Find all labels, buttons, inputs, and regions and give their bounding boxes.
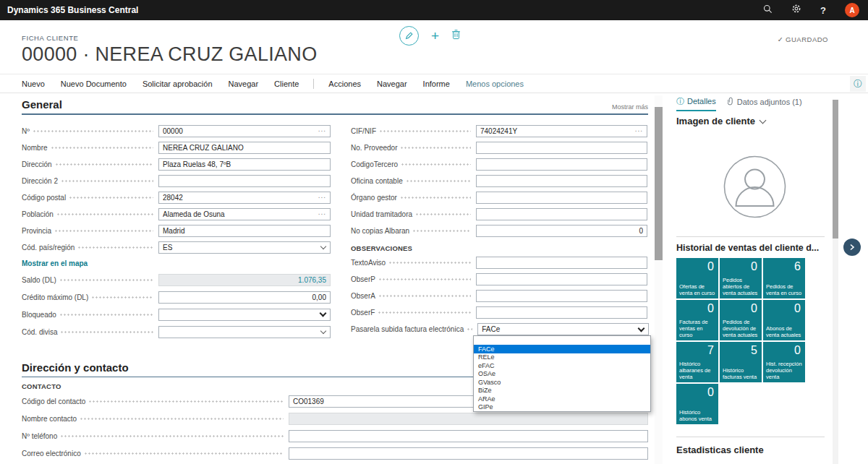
collapse-factbox-button[interactable]	[843, 239, 861, 256]
sidebar-scrollbar-thumb[interactable]	[833, 100, 838, 239]
sales-history-tile[interactable]: 6 Pedidos de venta en curso	[763, 258, 805, 298]
dropdown-option-rele[interactable]: RELe	[474, 353, 650, 362]
dotted-leader	[69, 197, 153, 199]
field-label: Nombre	[22, 144, 48, 152]
field-input[interactable]: 1.076,35	[158, 274, 331, 286]
menu-item-navegar[interactable]: Navegar	[369, 80, 415, 88]
field-input[interactable]	[158, 326, 331, 338]
tile-value: 0	[707, 386, 714, 399]
field-input[interactable]	[289, 430, 648, 442]
user-avatar[interactable]: A	[845, 3, 859, 17]
field-input[interactable]	[158, 175, 331, 187]
field-input[interactable]: FACe	[477, 323, 649, 335]
sales-history-tile[interactable]: 0 Histórico abonos venta	[676, 384, 718, 424]
sales-history-tile[interactable]: 0 Abonos de venta actuales	[763, 300, 805, 340]
ellipsis-button[interactable]: ...	[318, 210, 326, 214]
field-input[interactable]	[289, 413, 648, 425]
menu-item-navegar[interactable]: Navegar	[221, 80, 267, 88]
menu-item-solicitar-aprobación[interactable]: Solicitar aprobación	[135, 80, 221, 88]
field-input[interactable]	[476, 158, 647, 171]
field-input[interactable]: Madrid	[158, 225, 331, 237]
tab-detalles[interactable]: ⓘ Detalles	[676, 95, 716, 111]
field-input[interactable]	[476, 306, 647, 319]
edit-pencil-icon[interactable]	[399, 26, 419, 46]
help-icon[interactable]: ?	[820, 5, 826, 16]
sales-history-tile[interactable]: 0 Pedidos de devolución de venta actuale…	[720, 300, 762, 340]
field-input[interactable]: 28042 ...	[158, 192, 331, 204]
dotted-leader	[388, 262, 471, 264]
chevron-down-icon[interactable]	[320, 327, 326, 333]
plus-icon[interactable]: +	[431, 29, 439, 43]
ellipsis-button[interactable]: ...	[318, 194, 326, 197]
dropdown-option-osae[interactable]: OSAe	[474, 370, 650, 379]
dotted-leader	[91, 296, 153, 298]
main-scrollbar-thumb[interactable]	[655, 107, 663, 260]
section-heading: Dirección y contacto	[22, 361, 129, 374]
field-input[interactable]	[476, 175, 647, 187]
dotted-leader	[33, 130, 153, 132]
field-input[interactable]: 0	[476, 225, 647, 237]
menu-item-nuevo[interactable]: Nuevo	[22, 80, 53, 88]
field-input[interactable]: Alameda de Osuna ...	[158, 208, 331, 220]
chevron-down-icon	[760, 116, 767, 124]
menu-item-nuevo-documento[interactable]: Nuevo Documento	[53, 80, 135, 88]
imagen-cliente-heading[interactable]: Imagen de cliente	[676, 116, 833, 126]
field-input[interactable]	[476, 208, 647, 220]
tile-label: Histórico facturas venta	[723, 367, 760, 380]
tile-value: 7	[707, 344, 714, 357]
field-input[interactable]	[476, 192, 647, 204]
field-label: Nº teléfono	[22, 432, 57, 440]
dropdown-option-gvasco[interactable]: GVasco	[474, 378, 650, 387]
form-field-row: Correo electrónico	[22, 444, 648, 462]
field-input[interactable]	[476, 273, 647, 285]
chevron-down-icon[interactable]	[320, 244, 326, 249]
form-field-row: Dirección Plaza Ruelas 48, 7ºB	[22, 156, 331, 173]
field-input[interactable]: 74024241Y ...	[476, 125, 647, 137]
trash-icon[interactable]	[451, 29, 461, 43]
ellipsis-button[interactable]: ...	[318, 127, 326, 131]
search-icon[interactable]	[763, 4, 773, 17]
estadisticas-cliente-heading: Estadisticas cliente	[676, 444, 833, 455]
menu-item-acciones[interactable]: Acciones	[320, 80, 369, 88]
dropdown-option-bize[interactable]: BiZe	[474, 387, 650, 395]
paperclip-icon	[728, 97, 734, 107]
show-on-map-link[interactable]: Mostrar en el mapa	[22, 256, 331, 271]
show-more-link[interactable]: Mostrar más	[612, 103, 648, 111]
sales-history-tile[interactable]: 0 Facturas de ventas en curso	[676, 300, 718, 340]
ellipsis-button[interactable]: ...	[635, 127, 643, 131]
field-input[interactable]	[289, 447, 648, 460]
menu-item-informe[interactable]: Informe	[415, 80, 458, 88]
field-input[interactable]: 0,00	[158, 291, 331, 304]
main-scrollbar[interactable]	[655, 95, 663, 464]
menu-item-cliente[interactable]: Cliente	[266, 80, 307, 88]
field-input[interactable]: NEREA CRUZ GALIANO	[158, 142, 331, 154]
field-input[interactable]	[476, 257, 647, 269]
dropdown-option-arae[interactable]: ARAe	[474, 395, 650, 403]
dropdown-option-face[interactable]: FACe	[474, 345, 650, 353]
sales-history-tile[interactable]: 0 Hist. recepción devolución venta	[763, 342, 805, 382]
field-input[interactable]: Plaza Ruelas 48, 7ºB	[158, 158, 331, 171]
dropdown-option-efac[interactable]: eFAC	[474, 361, 650, 370]
field-label: No copias Albaran	[351, 227, 409, 235]
field-input[interactable]	[476, 142, 647, 154]
chevron-down-icon[interactable]	[638, 325, 645, 332]
chevron-down-icon[interactable]	[320, 310, 327, 317]
sales-history-tile[interactable]: 7 Histórico albaranes de venta	[676, 342, 718, 382]
tab-datos-adjuntos[interactable]: Datos adjuntos (1)	[728, 95, 802, 111]
dropdown-option-blank[interactable]	[474, 336, 650, 345]
sales-history-tile[interactable]: 0 Ofertas de venta en curso	[676, 258, 718, 298]
sales-history-tile[interactable]: 5 Histórico facturas venta	[720, 342, 762, 382]
settings-gear-icon[interactable]	[791, 4, 801, 17]
field-input[interactable]	[158, 309, 331, 321]
menu-item-menos-opciones[interactable]: Menos opciones	[458, 80, 532, 88]
field-input[interactable]: ES	[158, 241, 331, 254]
field-input[interactable]: 00000 ...	[158, 125, 331, 137]
dropdown-option-gipe[interactable]: GIPe	[474, 403, 650, 412]
tile-label: Abonos de venta actuales	[766, 325, 804, 338]
field-input[interactable]	[476, 290, 647, 302]
field-label: Código postal	[22, 194, 66, 202]
sales-history-tile[interactable]: 0 Pedidos abiertos de venta actuales	[720, 258, 762, 298]
sidebar-scrollbar[interactable]	[833, 100, 838, 464]
dotted-leader	[378, 295, 471, 297]
info-icon-button[interactable]: ⓘ	[850, 76, 866, 92]
